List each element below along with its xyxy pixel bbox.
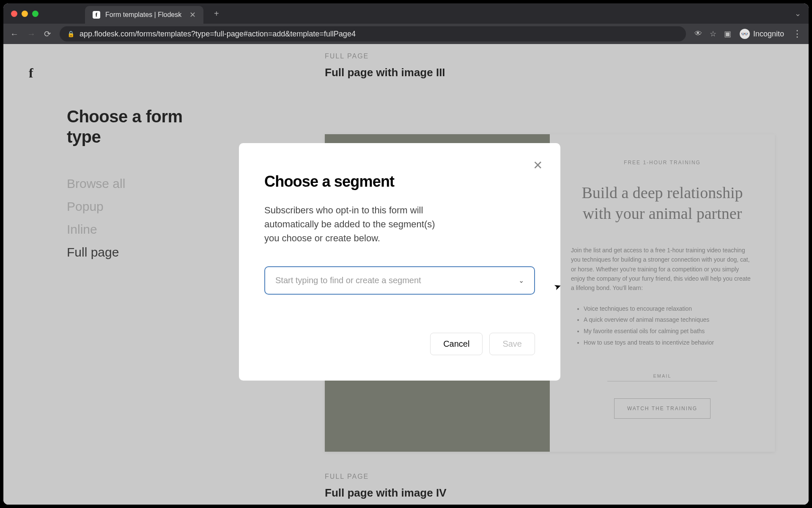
modal-actions: Cancel Save [264, 333, 535, 355]
incognito-icon: 👓 [740, 29, 750, 39]
reload-button[interactable]: ⟳ [44, 29, 51, 39]
browser-titlebar: f Form templates | Flodesk ✕ + ⌄ [3, 3, 809, 24]
window-controls [11, 11, 38, 17]
browser-tab[interactable]: f Form templates | Flodesk ✕ [85, 6, 203, 24]
lock-icon: 🔒 [67, 30, 74, 37]
bookmark-icon[interactable]: ☆ [710, 29, 716, 39]
maximize-window-button[interactable] [32, 11, 38, 17]
new-tab-button[interactable]: + [214, 9, 219, 19]
incognito-indicator[interactable]: 👓 Incognito [740, 29, 784, 39]
incognito-label: Incognito [753, 30, 784, 39]
close-icon[interactable]: ✕ [533, 158, 543, 172]
tab-title: Form templates | Flodesk [105, 11, 184, 19]
tabs-dropdown-icon[interactable]: ⌄ [795, 9, 801, 18]
minimize-window-button[interactable] [22, 11, 28, 17]
tab-favicon: f [93, 11, 100, 19]
modal-description: Subscribers who opt-in to this form will… [264, 203, 442, 245]
back-button[interactable]: ← [10, 29, 19, 39]
close-window-button[interactable] [11, 11, 17, 17]
eye-off-icon[interactable]: 👁 [694, 29, 702, 39]
panel-icon[interactable]: ▣ [724, 29, 731, 39]
browser-toolbar: ← → ⟳ 🔒 app.flodesk.com/forms/templates?… [3, 24, 809, 44]
forward-button[interactable]: → [27, 29, 36, 39]
address-bar[interactable]: 🔒 app.flodesk.com/forms/templates?type=f… [60, 26, 686, 41]
modal-title: Choose a segment [264, 173, 535, 190]
cancel-button[interactable]: Cancel [430, 333, 483, 355]
choose-segment-modal: ✕ Choose a segment Subscribers who opt-i… [239, 143, 560, 381]
segment-select-input[interactable]: Start typing to find or create a segment… [264, 266, 535, 295]
segment-placeholder: Start typing to find or create a segment [275, 276, 421, 285]
browser-menu-icon[interactable]: ⋮ [793, 28, 802, 39]
modal-overlay[interactable]: ✕ Choose a segment Subscribers who opt-i… [3, 44, 809, 505]
close-tab-icon[interactable]: ✕ [189, 10, 196, 19]
url-text: app.flodesk.com/forms/templates?type=ful… [80, 30, 678, 39]
chevron-down-icon: ⌄ [518, 276, 524, 284]
save-button[interactable]: Save [489, 333, 535, 355]
